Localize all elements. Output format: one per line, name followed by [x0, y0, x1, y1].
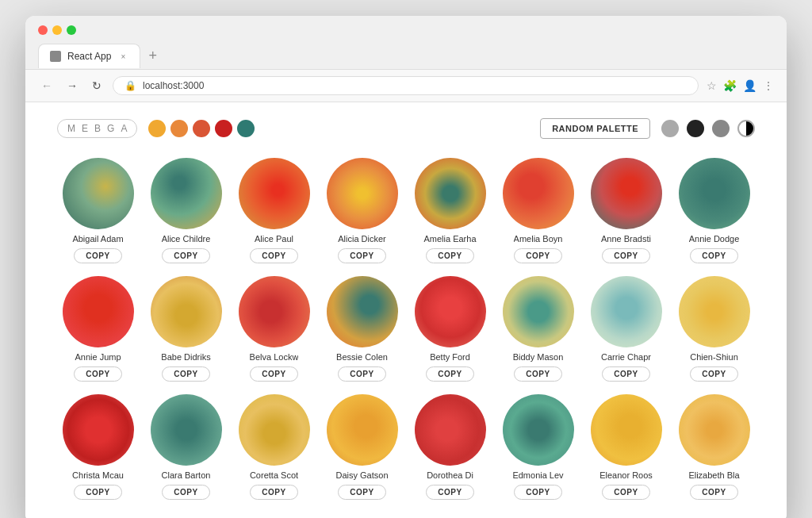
- filter-tag-G[interactable]: G: [107, 123, 114, 134]
- card: Carrie ChaprCOPY: [585, 276, 667, 382]
- copy-button[interactable]: COPY: [514, 248, 561, 263]
- person-name: Alice Paul: [255, 234, 293, 244]
- copy-button[interactable]: COPY: [250, 248, 297, 263]
- copy-button[interactable]: COPY: [162, 366, 209, 382]
- copy-button[interactable]: COPY: [74, 366, 121, 382]
- person-name: Clara Barton: [162, 470, 211, 480]
- copy-button[interactable]: COPY: [602, 248, 649, 263]
- avatar: [63, 158, 134, 229]
- maximize-traffic-light[interactable]: [67, 25, 76, 35]
- copy-button[interactable]: COPY: [74, 248, 121, 263]
- copy-button[interactable]: COPY: [690, 366, 737, 382]
- color-dot-3[interactable]: [215, 120, 232, 137]
- avatar: [503, 158, 574, 229]
- copy-button[interactable]: COPY: [514, 366, 561, 382]
- avatar: [151, 276, 222, 347]
- avatar: [151, 394, 222, 466]
- new-tab-button[interactable]: +: [140, 43, 165, 69]
- person-name: Chien-Shiun: [690, 352, 738, 362]
- card: Babe DidriksCOPY: [145, 276, 227, 382]
- refresh-button[interactable]: ↻: [89, 78, 105, 94]
- avatar: [63, 394, 134, 466]
- profile-icon[interactable]: 👤: [743, 79, 756, 92]
- copy-button[interactable]: COPY: [162, 248, 209, 263]
- filter-tags: M E B G A: [57, 119, 137, 138]
- copy-button[interactable]: COPY: [602, 366, 649, 382]
- card: Anne BradstiCOPY: [585, 158, 667, 263]
- browser-window: React App × + ← → ↻ 🔒 localhost:3000 ☆ 🧩…: [25, 16, 787, 518]
- copy-button[interactable]: COPY: [250, 485, 297, 500]
- copy-button[interactable]: COPY: [426, 248, 473, 263]
- card: Edmonia LevCOPY: [497, 394, 579, 500]
- copy-button[interactable]: COPY: [250, 366, 297, 382]
- person-name: Amelia Earha: [423, 234, 476, 244]
- copy-button[interactable]: COPY: [162, 485, 209, 500]
- copy-button[interactable]: COPY: [690, 248, 737, 263]
- copy-button[interactable]: COPY: [514, 485, 561, 500]
- color-dot-4[interactable]: [237, 120, 255, 137]
- tab-title: React App: [67, 51, 111, 62]
- menu-icon[interactable]: ⋮: [763, 79, 774, 92]
- avatar: [679, 158, 750, 229]
- back-button[interactable]: ←: [38, 78, 56, 94]
- address-bar: ← → ↻ 🔒 localhost:3000 ☆ 🧩 👤 ⋮: [25, 70, 787, 102]
- person-name: Alicia Dicker: [338, 234, 386, 244]
- person-name: Abigail Adam: [72, 234, 123, 244]
- copy-button[interactable]: COPY: [426, 366, 473, 382]
- copy-button[interactable]: COPY: [74, 485, 121, 500]
- card: Chien-ShiunCOPY: [673, 276, 755, 382]
- person-name: Coretta Scot: [250, 470, 298, 480]
- card: Alicia DickerCOPY: [321, 158, 403, 263]
- page-content: M E B G A RANDOM PALETTE Abigail AdamCOP…: [25, 102, 787, 518]
- person-name: Eleanor Roos: [599, 470, 653, 480]
- filter-tag-A[interactable]: A: [121, 123, 127, 134]
- person-name: Babe Didriks: [161, 352, 210, 362]
- avatar: [503, 394, 574, 466]
- color-dot-2[interactable]: [193, 120, 210, 137]
- forward-button[interactable]: →: [63, 78, 81, 94]
- bookmark-icon[interactable]: ☆: [707, 79, 717, 92]
- color-dot-1[interactable]: [170, 120, 188, 137]
- card: Alice PaulCOPY: [233, 158, 315, 263]
- avatar: [63, 276, 134, 347]
- person-name: Christa Mcau: [72, 470, 124, 480]
- theme-gray-icon[interactable]: [712, 120, 730, 137]
- card: Amelia EarhaCOPY: [409, 158, 491, 263]
- minimize-traffic-light[interactable]: [52, 25, 62, 35]
- person-name: Betty Ford: [430, 352, 470, 362]
- theme-dark-icon[interactable]: [687, 120, 704, 137]
- card: Annie JumpCOPY: [57, 276, 139, 382]
- address-bar-icons: ☆ 🧩 👤 ⋮: [707, 79, 774, 92]
- person-name: Anne Bradsti: [601, 234, 651, 244]
- filter-tag-B[interactable]: B: [94, 123, 101, 134]
- person-name: Biddy Mason: [513, 352, 564, 362]
- filter-tag-M[interactable]: M: [67, 123, 75, 134]
- person-name: Annie Dodge: [689, 234, 740, 244]
- avatar: [151, 158, 222, 229]
- copy-button[interactable]: COPY: [338, 366, 385, 382]
- theme-contrast-icon[interactable]: [737, 120, 755, 137]
- avatar: [415, 158, 486, 229]
- copy-button[interactable]: COPY: [690, 485, 737, 500]
- tab-favicon: [50, 51, 61, 62]
- tab-close-button[interactable]: ×: [117, 51, 128, 62]
- theme-controls: [661, 120, 755, 137]
- close-traffic-light[interactable]: [38, 25, 48, 35]
- color-dot-0[interactable]: [148, 120, 166, 137]
- toolbar: M E B G A RANDOM PALETTE: [57, 118, 755, 139]
- filter-tag-E[interactable]: E: [82, 123, 88, 134]
- card: Coretta ScotCOPY: [233, 394, 315, 500]
- card-grid: Abigail AdamCOPYAlice ChildreCOPYAlice P…: [57, 158, 755, 500]
- copy-button[interactable]: COPY: [602, 485, 649, 500]
- url-bar[interactable]: 🔒 localhost:3000: [113, 76, 699, 95]
- card: Abigail AdamCOPY: [57, 158, 139, 263]
- browser-tab[interactable]: React App ×: [38, 44, 140, 68]
- random-palette-button[interactable]: RANDOM PALETTE: [540, 118, 650, 139]
- copy-button[interactable]: COPY: [338, 485, 385, 500]
- copy-button[interactable]: COPY: [338, 248, 385, 263]
- copy-button[interactable]: COPY: [426, 485, 473, 500]
- card: Daisy GatsonCOPY: [321, 394, 403, 500]
- avatar: [327, 158, 398, 229]
- extensions-icon[interactable]: 🧩: [723, 79, 737, 92]
- theme-light-icon[interactable]: [661, 120, 679, 137]
